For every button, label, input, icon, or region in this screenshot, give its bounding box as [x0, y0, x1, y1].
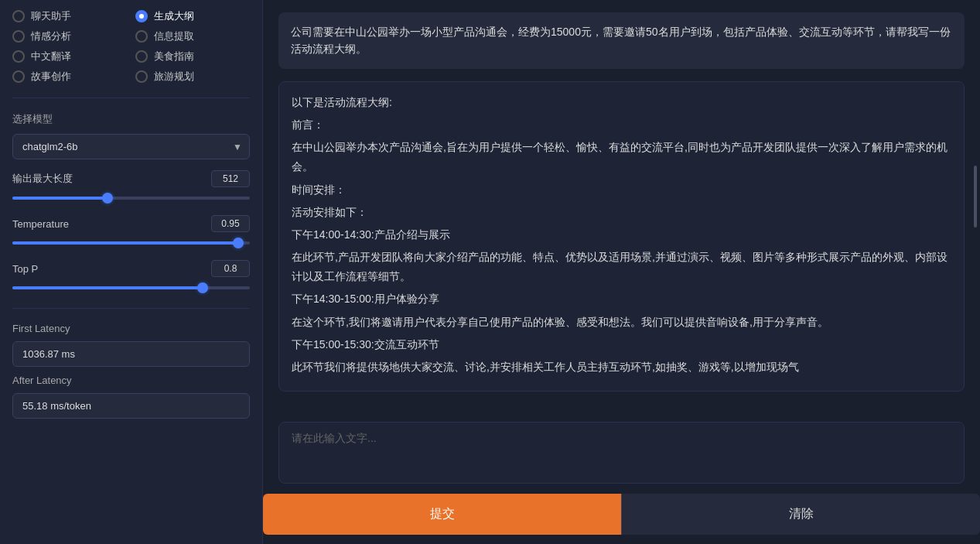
radio-food — [135, 50, 148, 63]
after-latency-label: After Latency — [12, 375, 250, 386]
after-latency-input[interactable] — [12, 393, 250, 419]
radio-travel — [135, 70, 148, 83]
assistant-line-4: 活动安排如下： — [292, 203, 951, 222]
option-food-label: 美食指南 — [154, 50, 194, 63]
output-length-value: 512 — [211, 170, 250, 187]
top-p-header: Top P 0.8 — [12, 260, 250, 277]
temperature-thumb — [233, 238, 244, 248]
top-p-slider: Top P 0.8 — [12, 260, 250, 294]
main-content: 公司需要在中山公园举办一场小型产品沟通会，经费为15000元，需要邀请50名用户… — [263, 0, 980, 544]
temperature-track — [12, 241, 250, 245]
first-latency-input[interactable] — [12, 341, 250, 367]
radio-extract — [135, 30, 148, 43]
option-sentiment-label: 情感分析 — [31, 29, 71, 43]
temperature-value: 0.95 — [211, 215, 250, 232]
clear-button[interactable]: 清除 — [621, 494, 980, 535]
input-area — [263, 414, 980, 494]
option-extract[interactable]: 信息提取 — [135, 29, 251, 43]
radio-chat — [12, 10, 25, 22]
first-latency-item: First Latency — [12, 323, 250, 367]
temperature-track-wrapper — [12, 237, 250, 249]
option-travel[interactable]: 旅游规划 — [135, 70, 251, 84]
output-length-label: 输出最大长度 — [12, 172, 73, 186]
after-latency-item: After Latency — [12, 375, 250, 419]
divider-2 — [12, 308, 250, 309]
top-p-thumb — [197, 282, 208, 293]
option-food[interactable]: 美食指南 — [135, 50, 251, 63]
assistant-line-7: 下午14:30-15:00:用户体验分享 — [292, 289, 951, 309]
model-select[interactable]: chatglm2-6b chatglm3-6b gpt-3.5-turbo — [12, 134, 250, 159]
model-section: 选择模型 chatglm2-6b chatglm3-6b gpt-3.5-tur… — [12, 112, 250, 159]
output-length-thumb — [102, 193, 113, 204]
assistant-line-10: 此环节我们将提供场地供大家交流、讨论,并安排相关工作人员主持互动环节,如抽奖、游… — [292, 358, 951, 377]
divider-1 — [12, 98, 250, 98]
temperature-header: Temperature 0.95 — [12, 215, 250, 232]
option-outline-label: 生成大纲 — [154, 9, 194, 23]
model-select-wrapper: chatglm2-6b chatglm3-6b gpt-3.5-turbo ▼ — [12, 134, 250, 159]
output-length-fill — [12, 197, 108, 200]
top-p-track — [12, 286, 250, 289]
option-extract-label: 信息提取 — [154, 29, 194, 43]
assistant-line-6: 在此环节,产品开发团队将向大家介绍产品的功能、特点、优势以及适用场景,并通过演示… — [292, 248, 951, 286]
option-outline[interactable]: 生成大纲 — [135, 9, 251, 23]
top-p-fill — [12, 286, 203, 289]
model-section-label: 选择模型 — [12, 112, 250, 126]
radio-translate — [12, 50, 25, 63]
sidebar: 聊天助手 生成大纲 情感分析 信息提取 中文翻译 美食指南 故事创作 — [0, 0, 263, 544]
output-length-track-wrapper — [12, 192, 250, 204]
option-translate-label: 中文翻译 — [31, 50, 71, 63]
top-p-label: Top P — [12, 263, 38, 275]
temperature-label: Temperature — [12, 218, 69, 230]
option-sentiment[interactable]: 情感分析 — [12, 29, 128, 43]
option-travel-label: 旅游规划 — [154, 70, 194, 84]
user-message: 公司需要在中山公园举办一场小型产品沟通会，经费为15000元，需要邀请50名用户… — [278, 12, 965, 69]
assistant-line-5: 下午14:00-14:30:产品介绍与展示 — [292, 225, 951, 245]
first-latency-label: First Latency — [12, 323, 250, 334]
output-length-slider: 输出最大长度 512 — [12, 170, 250, 204]
text-input[interactable] — [278, 422, 965, 484]
top-p-value: 0.8 — [211, 260, 250, 277]
temperature-slider: Temperature 0.95 — [12, 215, 250, 249]
assistant-line-2: 在中山公园举办本次产品沟通会,旨在为用户提供一个轻松、愉快、有益的交流平台,同时… — [292, 138, 951, 176]
latency-section: First Latency After Latency — [12, 323, 250, 419]
option-chat-label: 聊天助手 — [31, 9, 71, 23]
button-row: 提交 清除 — [263, 494, 980, 544]
output-length-header: 输出最大长度 512 — [12, 170, 250, 187]
assistant-line-0: 以下是活动流程大纲: — [292, 93, 951, 112]
options-grid: 聊天助手 生成大纲 情感分析 信息提取 中文翻译 美食指南 故事创作 — [12, 9, 250, 84]
option-story-label: 故事创作 — [31, 70, 71, 84]
option-story[interactable]: 故事创作 — [12, 70, 128, 84]
option-chat[interactable]: 聊天助手 — [12, 9, 128, 23]
scrollbar[interactable] — [974, 166, 977, 228]
temperature-fill — [12, 241, 238, 245]
assistant-message: 以下是活动流程大纲: 前言： 在中山公园举办本次产品沟通会,旨在为用户提供一个轻… — [278, 81, 965, 392]
radio-outline — [135, 10, 148, 22]
submit-button[interactable]: 提交 — [263, 494, 621, 535]
assistant-line-8: 在这个环节,我们将邀请用户代表分享自己使用产品的体验、感受和想法。我们可以提供音… — [292, 313, 951, 332]
radio-story — [12, 70, 25, 83]
assistant-line-9: 下午15:00-15:30:交流互动环节 — [292, 335, 951, 354]
radio-sentiment — [12, 30, 25, 43]
option-translate[interactable]: 中文翻译 — [12, 50, 128, 63]
output-length-track — [12, 197, 250, 200]
top-p-track-wrapper — [12, 282, 250, 294]
assistant-line-3: 时间安排： — [292, 180, 951, 200]
chat-area: 公司需要在中山公园举办一场小型产品沟通会，经费为15000元，需要邀请50名用户… — [263, 0, 980, 414]
assistant-line-1: 前言： — [292, 115, 951, 135]
